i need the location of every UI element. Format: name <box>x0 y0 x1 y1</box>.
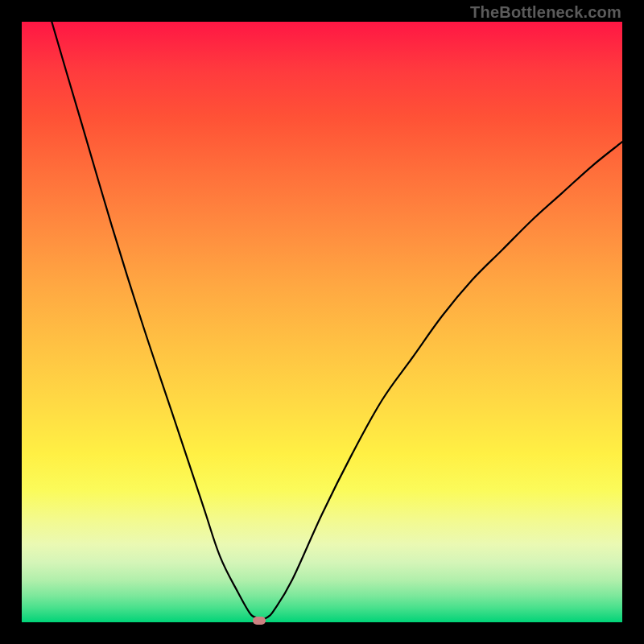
bottleneck-curve <box>22 22 622 622</box>
plot-area <box>22 22 622 622</box>
watermark-text: TheBottleneck.com <box>470 3 621 22</box>
minimum-marker <box>253 617 266 625</box>
chart-frame: TheBottleneck.com <box>0 0 644 644</box>
